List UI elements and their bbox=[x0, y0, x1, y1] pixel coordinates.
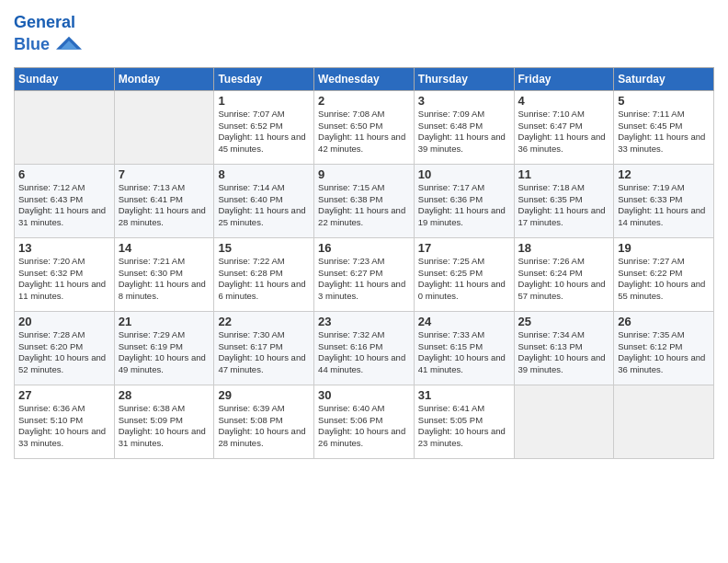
cell-info: Sunrise: 6:36 AMSunset: 5:10 PMDaylight:… bbox=[18, 403, 110, 450]
day-number: 22 bbox=[218, 315, 310, 328]
cell-info: Sunrise: 7:10 AMSunset: 6:47 PMDaylight:… bbox=[518, 109, 610, 155]
cell-info: Sunrise: 7:13 AMSunset: 6:41 PMDaylight:… bbox=[119, 182, 210, 229]
calendar-cell: 10Sunrise: 7:17 AMSunset: 6:36 PMDayligh… bbox=[414, 164, 514, 237]
calendar-cell: 27Sunrise: 6:36 AMSunset: 5:10 PMDayligh… bbox=[15, 385, 115, 458]
cell-info: Sunrise: 7:11 AMSunset: 6:45 PMDaylight:… bbox=[618, 109, 710, 155]
day-header-wednesday: Wednesday bbox=[314, 67, 415, 90]
week-row-3: 13Sunrise: 7:20 AMSunset: 6:32 PMDayligh… bbox=[15, 237, 714, 311]
cell-info: Sunrise: 6:41 AMSunset: 5:05 PMDaylight:… bbox=[418, 403, 510, 450]
calendar-table: SundayMondayTuesdayWednesdayThursdayFrid… bbox=[14, 67, 714, 459]
calendar-cell: 29Sunrise: 6:39 AMSunset: 5:08 PMDayligh… bbox=[214, 385, 314, 458]
week-row-1: 1Sunrise: 7:07 AMSunset: 6:52 PMDaylight… bbox=[15, 90, 714, 164]
cell-info: Sunrise: 7:33 AMSunset: 6:15 PMDaylight:… bbox=[418, 329, 510, 376]
day-number: 3 bbox=[418, 94, 510, 108]
calendar-cell: 3Sunrise: 7:09 AMSunset: 6:48 PMDaylight… bbox=[414, 90, 514, 164]
cell-info: Sunrise: 7:14 AMSunset: 6:40 PMDaylight:… bbox=[218, 182, 310, 229]
day-number: 21 bbox=[119, 315, 210, 328]
cell-info: Sunrise: 7:35 AMSunset: 6:12 PMDaylight:… bbox=[618, 329, 710, 376]
page-container: General Blue SundayMondayTuesdayWednesda… bbox=[0, 0, 728, 473]
calendar-cell: 19Sunrise: 7:27 AMSunset: 6:22 PMDayligh… bbox=[614, 237, 714, 311]
calendar-cell: 13Sunrise: 7:20 AMSunset: 6:32 PMDayligh… bbox=[15, 237, 115, 311]
day-number: 5 bbox=[618, 94, 710, 108]
logo-text-blue: Blue bbox=[14, 35, 50, 53]
cell-info: Sunrise: 7:23 AMSunset: 6:27 PMDaylight:… bbox=[318, 256, 410, 303]
day-number: 27 bbox=[18, 388, 110, 402]
day-number: 18 bbox=[518, 241, 610, 255]
cell-info: Sunrise: 7:18 AMSunset: 6:35 PMDaylight:… bbox=[518, 182, 610, 229]
calendar-cell: 9Sunrise: 7:15 AMSunset: 6:38 PMDaylight… bbox=[314, 164, 415, 237]
cell-info: Sunrise: 7:27 AMSunset: 6:22 PMDaylight:… bbox=[618, 256, 710, 303]
day-number: 20 bbox=[18, 315, 110, 328]
day-number: 6 bbox=[18, 167, 110, 181]
calendar-cell: 1Sunrise: 7:07 AMSunset: 6:52 PMDaylight… bbox=[214, 90, 314, 164]
week-row-2: 6Sunrise: 7:12 AMSunset: 6:43 PMDaylight… bbox=[15, 164, 714, 237]
day-number: 30 bbox=[318, 388, 410, 402]
day-number: 11 bbox=[518, 167, 610, 181]
calendar-cell: 6Sunrise: 7:12 AMSunset: 6:43 PMDaylight… bbox=[15, 164, 115, 237]
logo-text-general: General bbox=[14, 13, 75, 31]
cell-info: Sunrise: 7:21 AMSunset: 6:30 PMDaylight:… bbox=[119, 256, 210, 303]
calendar-cell: 15Sunrise: 7:22 AMSunset: 6:28 PMDayligh… bbox=[214, 237, 314, 311]
calendar-body: 1Sunrise: 7:07 AMSunset: 6:52 PMDaylight… bbox=[15, 90, 714, 458]
week-row-5: 27Sunrise: 6:36 AMSunset: 5:10 PMDayligh… bbox=[15, 385, 714, 458]
day-header-tuesday: Tuesday bbox=[214, 67, 314, 90]
calendar-cell: 16Sunrise: 7:23 AMSunset: 6:27 PMDayligh… bbox=[314, 237, 415, 311]
day-number: 24 bbox=[418, 315, 510, 328]
day-number: 10 bbox=[418, 167, 510, 181]
day-number: 17 bbox=[418, 241, 510, 255]
day-number: 19 bbox=[618, 241, 710, 255]
cell-info: Sunrise: 7:19 AMSunset: 6:33 PMDaylight:… bbox=[618, 182, 710, 229]
calendar-cell: 23Sunrise: 7:32 AMSunset: 6:16 PMDayligh… bbox=[314, 311, 415, 385]
day-header-saturday: Saturday bbox=[614, 67, 714, 90]
cell-info: Sunrise: 7:17 AMSunset: 6:36 PMDaylight:… bbox=[418, 182, 510, 229]
day-header-friday: Friday bbox=[514, 67, 614, 90]
cell-info: Sunrise: 7:28 AMSunset: 6:20 PMDaylight:… bbox=[18, 329, 110, 376]
calendar-cell: 14Sunrise: 7:21 AMSunset: 6:30 PMDayligh… bbox=[114, 237, 214, 311]
calendar-cell: 25Sunrise: 7:34 AMSunset: 6:13 PMDayligh… bbox=[514, 311, 614, 385]
calendar-cell bbox=[614, 385, 714, 458]
calendar-cell: 2Sunrise: 7:08 AMSunset: 6:50 PMDaylight… bbox=[314, 90, 415, 164]
week-row-4: 20Sunrise: 7:28 AMSunset: 6:20 PMDayligh… bbox=[15, 311, 714, 385]
day-number: 13 bbox=[18, 241, 110, 255]
day-number: 31 bbox=[418, 388, 510, 402]
calendar-cell: 26Sunrise: 7:35 AMSunset: 6:12 PMDayligh… bbox=[614, 311, 714, 385]
day-header-sunday: Sunday bbox=[15, 67, 115, 90]
calendar-cell: 22Sunrise: 7:30 AMSunset: 6:17 PMDayligh… bbox=[214, 311, 314, 385]
cell-info: Sunrise: 7:25 AMSunset: 6:25 PMDaylight:… bbox=[418, 256, 510, 303]
cell-info: Sunrise: 7:34 AMSunset: 6:13 PMDaylight:… bbox=[518, 329, 610, 376]
calendar-header-row: SundayMondayTuesdayWednesdayThursdayFrid… bbox=[15, 67, 714, 90]
calendar-cell: 20Sunrise: 7:28 AMSunset: 6:20 PMDayligh… bbox=[15, 311, 115, 385]
day-number: 2 bbox=[318, 94, 410, 108]
calendar-cell: 12Sunrise: 7:19 AMSunset: 6:33 PMDayligh… bbox=[614, 164, 714, 237]
calendar-cell: 11Sunrise: 7:18 AMSunset: 6:35 PMDayligh… bbox=[514, 164, 614, 237]
day-number: 25 bbox=[518, 315, 610, 328]
calendar-cell: 31Sunrise: 6:41 AMSunset: 5:05 PMDayligh… bbox=[414, 385, 514, 458]
cell-info: Sunrise: 7:20 AMSunset: 6:32 PMDaylight:… bbox=[18, 256, 110, 303]
page-header: General Blue bbox=[14, 9, 714, 58]
calendar-cell: 5Sunrise: 7:11 AMSunset: 6:45 PMDaylight… bbox=[614, 90, 714, 164]
cell-info: Sunrise: 7:09 AMSunset: 6:48 PMDaylight:… bbox=[418, 109, 510, 155]
day-header-monday: Monday bbox=[114, 67, 214, 90]
logo: General Blue bbox=[14, 14, 82, 58]
cell-info: Sunrise: 6:38 AMSunset: 5:09 PMDaylight:… bbox=[119, 403, 210, 450]
calendar-cell bbox=[514, 385, 614, 458]
calendar-cell: 30Sunrise: 6:40 AMSunset: 5:06 PMDayligh… bbox=[314, 385, 415, 458]
day-number: 1 bbox=[218, 94, 310, 108]
day-number: 28 bbox=[119, 388, 210, 402]
calendar-cell bbox=[114, 90, 214, 164]
calendar-cell: 8Sunrise: 7:14 AMSunset: 6:40 PMDaylight… bbox=[214, 164, 314, 237]
day-number: 15 bbox=[218, 241, 310, 255]
calendar-cell: 24Sunrise: 7:33 AMSunset: 6:15 PMDayligh… bbox=[414, 311, 514, 385]
cell-info: Sunrise: 6:40 AMSunset: 5:06 PMDaylight:… bbox=[318, 403, 410, 450]
calendar-cell: 18Sunrise: 7:26 AMSunset: 6:24 PMDayligh… bbox=[514, 237, 614, 311]
day-header-thursday: Thursday bbox=[414, 67, 514, 90]
day-number: 9 bbox=[318, 167, 410, 181]
cell-info: Sunrise: 6:39 AMSunset: 5:08 PMDaylight:… bbox=[218, 403, 310, 450]
cell-info: Sunrise: 7:30 AMSunset: 6:17 PMDaylight:… bbox=[218, 329, 310, 376]
cell-info: Sunrise: 7:07 AMSunset: 6:52 PMDaylight:… bbox=[218, 109, 310, 155]
day-number: 14 bbox=[119, 241, 210, 255]
calendar-cell bbox=[15, 90, 115, 164]
calendar-cell: 4Sunrise: 7:10 AMSunset: 6:47 PMDaylight… bbox=[514, 90, 614, 164]
cell-info: Sunrise: 7:22 AMSunset: 6:28 PMDaylight:… bbox=[218, 256, 310, 303]
cell-info: Sunrise: 7:08 AMSunset: 6:50 PMDaylight:… bbox=[318, 109, 410, 155]
